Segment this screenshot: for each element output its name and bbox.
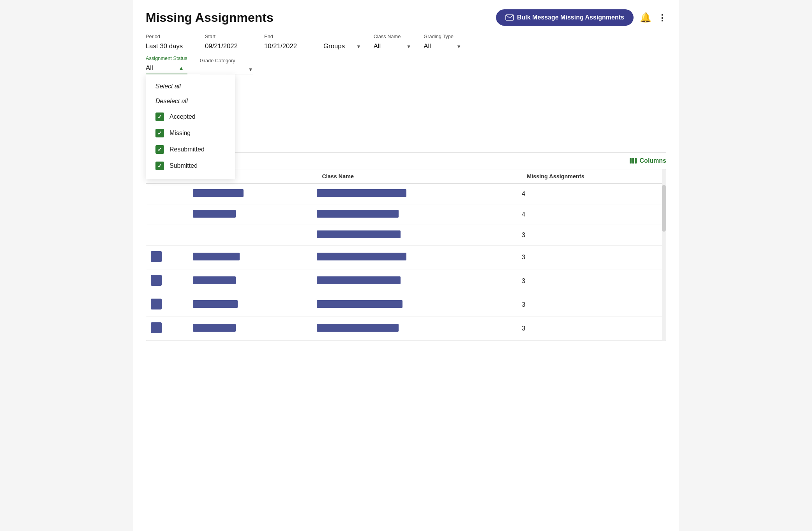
grading-type-select[interactable]: All ▼ — [424, 41, 461, 52]
missing-checkbox-item[interactable]: ✓ Missing — [146, 125, 235, 141]
bulk-message-button[interactable]: Bulk Message Missing Assignments — [496, 9, 634, 26]
row-class-name-cell — [312, 246, 517, 269]
groups-select[interactable]: Groups ▼ — [323, 41, 361, 52]
table-row[interactable]: 3 — [146, 246, 666, 269]
row-class-name-cell — [312, 184, 517, 204]
row-avatar-cell — [146, 246, 188, 269]
table-section: Filters Columns D Name — [146, 152, 666, 341]
assignment-status-dropdown: Select all Deselect all ✓ Accepted ✓ Mis… — [146, 74, 235, 179]
row-missing-count-cell: 3 — [517, 317, 666, 341]
table-row[interactable]: 3 — [146, 225, 666, 246]
row-missing-count-cell: 3 — [517, 269, 666, 293]
missing-checkmark-icon: ✓ — [157, 130, 162, 136]
select-all-item[interactable]: Select all — [146, 79, 235, 94]
avatar — [151, 299, 162, 309]
assignment-status-select[interactable]: All ▲ — [146, 63, 187, 74]
row-class-name-cell — [312, 293, 517, 317]
columns-button[interactable]: Columns — [630, 157, 666, 164]
resubmitted-checkbox-item[interactable]: ✓ Resubmitted — [146, 141, 235, 158]
class-name-label: Class Name — [374, 33, 411, 39]
envelope-icon — [505, 14, 514, 21]
row-class-name-cell — [312, 269, 517, 293]
table-row[interactable]: 4 — [146, 204, 666, 225]
class-name-bar — [317, 210, 399, 218]
table-row[interactable]: 3 — [146, 269, 666, 293]
row-missing-count-cell: 3 — [517, 225, 666, 246]
missing-count: 3 — [522, 254, 525, 260]
class-name-bar — [317, 230, 401, 238]
page-title: Missing Assignments — [146, 11, 274, 25]
row-avatar-cell — [146, 317, 188, 341]
accepted-checkbox[interactable]: ✓ — [155, 113, 164, 121]
col-header-missing-assignments: Missing Assignments — [517, 169, 666, 184]
groups-value: Groups — [323, 42, 355, 50]
class-name-bar — [317, 300, 402, 308]
row-class-name-cell — [312, 225, 517, 246]
grading-type-filter: Grading Type All ▼ — [424, 33, 461, 52]
submitted-label: Submitted — [169, 162, 198, 169]
columns-icon — [630, 158, 637, 164]
row-missing-count-cell: 4 — [517, 204, 666, 225]
grade-category-select[interactable]: ▼ — [200, 65, 253, 74]
name-bar — [193, 210, 236, 218]
name-bar — [193, 324, 236, 332]
assignment-status-filter: Assignment Status All ▲ Select all Desel… — [146, 55, 187, 74]
columns-label: Columns — [640, 157, 666, 164]
missing-count: 3 — [522, 278, 525, 284]
data-table: D Name Class Name Missing Assignments — [146, 169, 666, 341]
name-bar — [193, 253, 240, 260]
row-class-name-cell — [312, 317, 517, 341]
row-avatar-cell — [146, 269, 188, 293]
row-name-cell — [188, 225, 312, 246]
row-name-cell — [188, 269, 312, 293]
col-header-class-name: Class Name — [312, 169, 517, 184]
resubmitted-checkbox[interactable]: ✓ — [155, 145, 164, 154]
table-row[interactable]: 4 — [146, 184, 666, 204]
row-name-cell — [188, 246, 312, 269]
header-row: Missing Assignments Bulk Message Missing… — [146, 9, 666, 26]
assignment-status-label: Assignment Status — [146, 55, 187, 61]
row-class-name-cell — [312, 204, 517, 225]
class-name-select[interactable]: All ▼ — [374, 41, 411, 52]
row-name-cell — [188, 317, 312, 341]
grading-type-value: All — [424, 42, 455, 50]
missing-count: 3 — [522, 301, 525, 308]
submitted-checkbox[interactable]: ✓ — [155, 162, 164, 170]
deselect-all-item[interactable]: Deselect all — [146, 94, 235, 109]
accepted-label: Accepted — [169, 113, 196, 120]
missing-count: 4 — [522, 190, 525, 197]
row-avatar-cell — [146, 225, 188, 246]
period-label: Period — [146, 33, 192, 39]
missing-count: 4 — [522, 211, 525, 218]
class-name-bar — [317, 276, 401, 284]
class-name-bar — [317, 253, 406, 260]
row-avatar-cell — [146, 184, 188, 204]
accepted-checkbox-item[interactable]: ✓ Accepted — [146, 109, 235, 125]
notification-bell-icon[interactable]: 🔔 — [640, 12, 651, 23]
grade-category-label: Grade Category — [200, 58, 253, 63]
avatar — [151, 275, 162, 286]
assignment-status-chevron-up-icon: ▲ — [178, 65, 184, 71]
missing-checkbox[interactable]: ✓ — [155, 129, 164, 137]
grade-category-filter: Grade Category ▼ — [200, 58, 253, 74]
grading-type-chevron-down-icon: ▼ — [456, 44, 461, 49]
more-options-icon[interactable]: ⋮ — [658, 12, 666, 23]
bulk-message-label: Bulk Message Missing Assignments — [517, 14, 624, 21]
submitted-checkmark-icon: ✓ — [157, 163, 162, 169]
missing-label: Missing — [169, 130, 191, 137]
period-value[interactable]: Last 30 days — [146, 41, 192, 52]
name-bar — [193, 276, 236, 284]
start-value[interactable]: 09/21/2022 — [205, 41, 252, 52]
filter-row-2: Assignment Status All ▲ Select all Desel… — [146, 55, 666, 74]
scrollbar-thumb[interactable] — [662, 185, 666, 232]
groups-chevron-down-icon: ▼ — [356, 44, 361, 49]
filter-row-1: Period Last 30 days Start 09/21/2022 End… — [146, 33, 666, 52]
scrollbar-track[interactable] — [662, 169, 666, 341]
missing-count: 3 — [522, 232, 525, 238]
end-value[interactable]: 10/21/2022 — [264, 41, 311, 52]
table-row[interactable]: 3 — [146, 293, 666, 317]
table-row[interactable]: 3 — [146, 317, 666, 341]
name-bar — [193, 189, 244, 197]
class-name-bar — [317, 189, 406, 197]
submitted-checkbox-item[interactable]: ✓ Submitted — [146, 158, 235, 174]
